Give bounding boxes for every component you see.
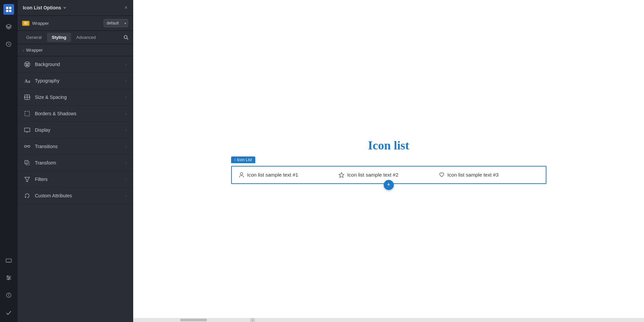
transform-icon [23,159,31,167]
svg-point-10 [7,276,8,277]
info-icon[interactable] [3,290,14,301]
panel-title-text: Icon List Options [23,5,61,10]
icon-list-wrapper: ‹ Icon List Icon list sample text #1 [231,166,546,184]
close-button[interactable]: × [124,5,127,11]
background-arrow: › [125,62,127,66]
svg-text:Aa: Aa [24,79,30,84]
left-nav [0,0,17,322]
add-item-button[interactable]: + [384,180,394,190]
wrapper-select-wrap[interactable]: default custom [104,19,128,27]
transitions-label: Transitions [35,144,125,149]
background-label: Background [35,62,125,67]
wrapper-select[interactable]: default custom [104,19,128,27]
svg-rect-3 [9,10,11,12]
svg-point-20 [28,63,29,64]
tab-general[interactable]: General [21,33,46,42]
svg-point-19 [26,63,27,64]
svg-point-23 [28,65,29,66]
svg-rect-0 [6,7,8,9]
icon-list-item-1: Icon list sample text #1 [238,172,339,178]
borders-shadows-arrow: › [125,112,127,116]
transitions-arrow: › [125,144,127,148]
display-arrow: › [125,128,127,132]
canvas: Icon list ‹ Icon List Icon list sample t… [133,0,644,322]
display-label: Display [35,127,125,133]
svg-rect-34 [25,160,28,164]
canvas-scrollbar[interactable]: ‹ [133,318,644,322]
history-icon[interactable] [3,39,14,50]
breadcrumb-back-arrow[interactable]: ‹ [23,48,24,52]
svg-line-17 [127,38,128,40]
svg-rect-1 [9,7,11,9]
typography-arrow: › [125,79,127,83]
dropdown-arrow-icon [63,6,66,9]
filters-arrow: › [125,177,127,181]
svg-point-16 [124,36,127,39]
svg-rect-2 [6,10,8,12]
transform-arrow: › [125,161,127,165]
check-icon[interactable] [3,307,14,318]
svg-point-12 [8,279,9,280]
tab-styling[interactable]: Styling [47,33,71,42]
menu-item-display[interactable]: Display › [17,122,133,138]
size-spacing-arrow: › [125,95,127,99]
svg-point-21 [27,65,28,66]
panel-header: Icon List Options × [17,0,133,16]
search-icon[interactable] [123,35,129,40]
wrapper-label: Wrapper [32,21,101,26]
scrollbar-thumb[interactable] [180,319,207,321]
borders-icon [23,110,31,117]
breadcrumb-label: Wrapper [26,48,43,53]
transitions-icon [23,143,31,150]
svg-marker-36 [25,177,30,182]
filters-label: Filters [35,177,125,182]
responsive-icon[interactable] [3,255,14,266]
sliders-icon[interactable] [3,272,14,283]
tabs-bar: General Styling Advanced [17,31,133,44]
svg-point-33 [28,145,30,147]
filters-icon [23,176,31,183]
size-spacing-label: Size & Spacing [35,94,125,100]
icon-list-item-3: Icon list sample text #3 [439,172,539,178]
svg-point-32 [24,145,26,147]
svg-rect-35 [26,162,30,165]
menu-item-size-spacing[interactable]: Size & Spacing › [17,89,133,106]
icon-list-item-2-text: Icon list sample text #2 [347,172,398,178]
heart-icon [439,172,445,178]
menu-item-transform[interactable]: Transform › [17,155,133,171]
svg-rect-29 [24,128,30,132]
menu-item-filters[interactable]: Filters › [17,171,133,188]
custom-attributes-label: Custom Attributes [35,193,125,198]
size-icon [23,93,31,101]
menu-item-typography[interactable]: Aa Typography › [17,73,133,89]
menu-item-background[interactable]: Background › [17,56,133,73]
display-icon [23,126,31,134]
typography-icon: Aa [23,77,31,84]
icon-list-tag-arrow: ‹ [234,157,236,162]
person-icon [238,172,245,178]
scroll-left-arrow[interactable]: ‹ [250,318,255,322]
menu-item-borders-shadows[interactable]: Borders & Shadows › [17,106,133,122]
custom-attributes-arrow: › [125,194,127,198]
panel-title: Icon List Options [23,5,66,10]
wrapper-id-badge: ID [22,21,30,26]
icon-list-item-3-text: Icon list sample text #3 [447,172,499,178]
icon-list-tag[interactable]: ‹ Icon List [231,156,256,163]
menu-item-custom-attributes[interactable]: Custom Attributes › [17,188,133,204]
menu-list: Background › Aa Typography › [17,56,133,322]
options-panel: Icon List Options × ID Wrapper default c… [17,0,133,322]
transform-label: Transform [35,160,125,166]
svg-rect-5 [6,259,11,262]
palette-icon [23,61,31,68]
layers-icon[interactable] [3,21,14,32]
icon-list-tag-label: Icon List [237,157,252,162]
typography-label: Typography [35,78,125,83]
menu-item-transitions[interactable]: Transitions › [17,138,133,155]
grid-icon[interactable] [3,4,14,15]
svg-point-22 [26,65,26,66]
tab-advanced[interactable]: Advanced [72,33,101,42]
custom-attributes-icon [23,192,31,199]
star-icon [338,172,344,178]
breadcrumb: ‹ Wrapper [17,44,133,56]
svg-point-11 [9,277,10,278]
